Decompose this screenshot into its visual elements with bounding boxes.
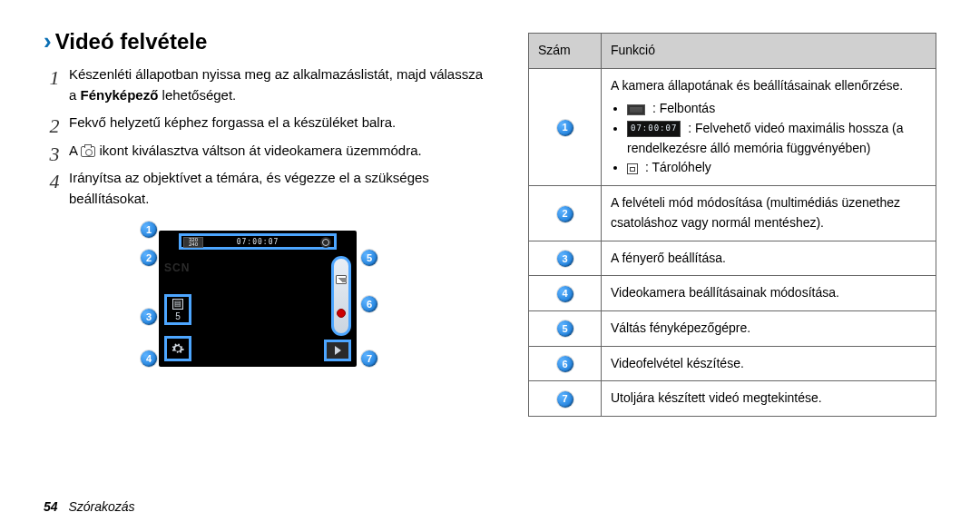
step-text: Fekvő helyzetű képhez forgassa el a kész… (69, 114, 396, 130)
time-icon: 07:00:07 (627, 121, 681, 137)
device-status-strip: 320 240 07:00:07 (179, 233, 337, 250)
col-func-header: Funkció (602, 34, 936, 69)
table-row: 1 A kamera állapotának és beállításainak… (529, 68, 936, 185)
callout-3: 3 (141, 309, 157, 325)
row1-line1: A kamera állapotának és beállításainak e… (611, 76, 926, 96)
mode-pill (331, 256, 351, 336)
row-func-cell: Váltás fényképezőgépre. (602, 310, 936, 346)
last-video-thumb (324, 340, 351, 361)
page-footer: 54 Szórakozás (44, 499, 135, 514)
callout-1: 1 (141, 222, 157, 238)
row1-bullet-resolution: : Felbontás (627, 99, 926, 119)
callout-6: 6 (361, 296, 377, 312)
storage-icon (627, 163, 638, 174)
row-num-cell: 3 (529, 241, 602, 276)
row-num-cell: 2 (529, 186, 602, 241)
step-text-bold: Fényképező (81, 87, 159, 103)
table-row: 2 A felvételi mód módosítása (multimédiá… (529, 186, 936, 241)
row-func-cell: Videokamera beállításainak módosítása. (602, 276, 936, 311)
table-row: 3 A fényerő beállítása. (529, 241, 936, 276)
callout-4-icon: 4 (557, 286, 573, 302)
row-num-cell: 1 (529, 68, 602, 185)
record-icon (337, 309, 346, 318)
row-func-cell: Utoljára készített videó megtekintése. (602, 381, 936, 417)
switch-to-photo-icon (336, 275, 347, 284)
step-text: lehetőséget. (158, 87, 236, 103)
recordable-time-text: 07:00:07 (237, 238, 279, 246)
camera-icon (81, 146, 95, 157)
resolution-icon (627, 104, 645, 115)
callout-7-icon: 7 (557, 391, 573, 408)
row1-bullet-length: 07:00:07 : Felvehető videó maximális hos… (627, 119, 926, 158)
step-4: 4 Irányítsa az objektívet a témára, és v… (44, 168, 488, 209)
callout-4: 4 (141, 350, 157, 367)
callout-1-icon: 1 (557, 120, 573, 136)
callout-5-icon: 5 (557, 320, 573, 337)
function-table: Szám Funkció 1 A kamera állapotának és b… (528, 33, 936, 417)
row-num-cell: 5 (529, 310, 602, 346)
brightness-icon: ▤ (172, 299, 183, 310)
callout-2-icon: 2 (557, 206, 573, 222)
row-func-cell: A fényerő beállítása. (602, 241, 936, 276)
row-func-cell: Videofelvétel készítése. (602, 346, 936, 381)
table-row: 4 Videokamera beállításainak módosítása. (529, 276, 936, 311)
table-row: 6 Videofelvétel készítése. (529, 346, 936, 381)
brightness-value: 5 (175, 311, 181, 321)
row-func-cell: A felvételi mód módosítása (multimédiás … (602, 186, 936, 241)
callout-2: 2 (141, 250, 157, 266)
step-number: 2 (44, 111, 65, 141)
scn-label: SCN (164, 261, 190, 274)
section-name: Szórakozás (68, 499, 134, 514)
gear-icon (172, 342, 184, 355)
resolution-icon: 320 240 (183, 237, 203, 248)
mode-switch-icon (320, 237, 331, 248)
step-2: 2 Fekvő helyzetű képhez forgassa el a ké… (44, 113, 488, 133)
row-num-cell: 6 (529, 346, 602, 381)
function-table-wrap: Szám Funkció 1 A kamera állapotának és b… (528, 33, 936, 417)
page-number: 54 (44, 499, 58, 514)
step-text: Irányítsa az objektívet a témára, és vég… (69, 170, 429, 206)
step-number: 4 (44, 166, 65, 196)
section-heading: ›Videó felvétele (44, 27, 488, 55)
table-row: 5 Váltás fényképezőgépre. (529, 310, 936, 346)
table-header-row: Szám Funkció (529, 34, 936, 69)
table-row: 7 Utoljára készített videó megtekintése. (529, 381, 936, 417)
step-number: 3 (44, 139, 65, 169)
callout-5: 5 (361, 250, 377, 266)
row-num-cell: 4 (529, 276, 602, 311)
callout-7: 7 (361, 350, 377, 367)
device-screenshot: 320 240 07:00:07 SCN ▤ 5 (159, 231, 357, 367)
step-number: 1 (44, 63, 65, 93)
col-num-header: Szám (529, 34, 602, 69)
step-3: 3 A ikont kiválasztva váltson át videoka… (44, 141, 488, 162)
step-text: A (69, 143, 81, 158)
row-num-cell: 7 (529, 381, 602, 417)
step-text: ikont kiválasztva váltson át videokamera… (95, 143, 421, 158)
callout-3-icon: 3 (557, 251, 573, 267)
heading-text: Videó felvétele (55, 29, 208, 54)
callout-6-icon: 6 (557, 356, 573, 372)
step-1: 1 Készenléti állapotban nyissa meg az al… (44, 64, 488, 105)
brightness-control: ▤ 5 (164, 294, 191, 325)
row1-bullet-storage: : Tárolóhely (627, 158, 926, 178)
settings-control (164, 336, 191, 361)
row-func-cell: A kamera állapotának és beállításainak e… (602, 68, 936, 185)
chevron-icon: › (44, 27, 52, 54)
